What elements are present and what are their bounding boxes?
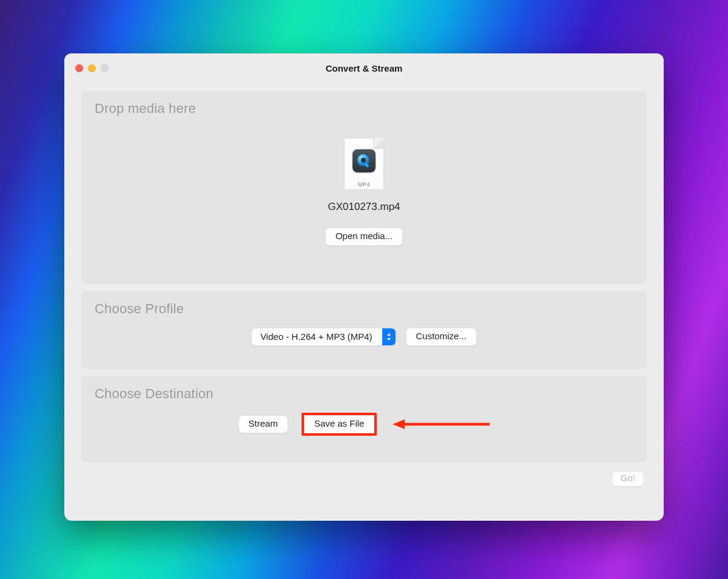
profile-select-value: Video - H.264 + MP3 (MP4)	[252, 328, 382, 345]
choose-destination-section: Choose Destination Stream Save as File	[81, 376, 647, 462]
footer-row: Go!	[81, 470, 647, 487]
save-as-file-button[interactable]: Save as File	[304, 415, 375, 433]
quicktime-icon	[352, 149, 376, 172]
profile-select[interactable]: Video - H.264 + MP3 (MP4)	[251, 328, 396, 346]
go-button[interactable]: Go!	[612, 471, 644, 487]
media-filename: GX010273.mp4	[328, 201, 400, 213]
annotation-highlight-box: Save as File	[302, 413, 377, 436]
svg-marker-4	[393, 419, 405, 429]
media-file-icon: MP4	[344, 138, 384, 190]
open-media-button[interactable]: Open media...	[325, 228, 403, 246]
stream-button[interactable]: Stream	[238, 415, 288, 433]
select-arrows-icon	[382, 328, 396, 345]
customize-profile-button[interactable]: Customize...	[406, 328, 477, 346]
svg-point-1	[361, 158, 366, 163]
choose-profile-heading: Choose Profile	[95, 301, 633, 317]
titlebar: Convert & Stream	[64, 53, 664, 83]
close-window-button[interactable]	[75, 64, 83, 72]
window-body: Drop media here	[64, 83, 664, 521]
drop-content: MP4 GX010273.mp4 Open media...	[95, 113, 633, 271]
zoom-window-button[interactable]	[101, 64, 109, 72]
destination-row: Stream Save as File	[95, 413, 633, 436]
choose-profile-section: Choose Profile Video - H.264 + MP3 (MP4)…	[81, 291, 647, 369]
file-extension-label: MP4	[358, 181, 370, 188]
annotation-arrow-icon	[393, 418, 490, 430]
convert-stream-window: Convert & Stream Drop media here	[64, 53, 664, 521]
choose-destination-heading: Choose Destination	[95, 386, 633, 402]
profile-row: Video - H.264 + MP3 (MP4) Customize...	[95, 328, 633, 346]
window-traffic-lights	[64, 64, 109, 72]
minimize-window-button[interactable]	[88, 64, 96, 72]
window-title: Convert & Stream	[64, 63, 664, 73]
desktop-background: Convert & Stream Drop media here	[0, 0, 728, 579]
page-fold-icon	[373, 138, 384, 149]
drop-media-section[interactable]: Drop media here	[81, 91, 647, 284]
